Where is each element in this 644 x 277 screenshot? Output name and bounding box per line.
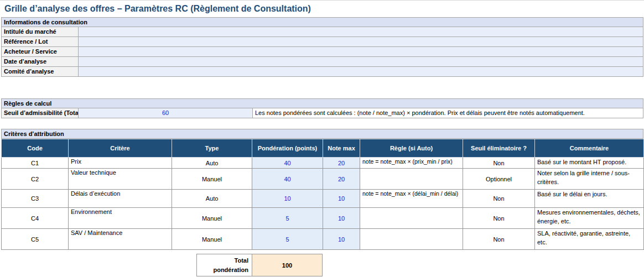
date-analyse-input[interactable] (79, 57, 643, 67)
criteria-table: Code Critère Type Pondération (points) N… (1, 139, 644, 250)
cell-code[interactable]: C4 (2, 208, 69, 229)
spacer (1, 250, 644, 254)
cell-ponderation[interactable]: 5 (252, 229, 323, 250)
cell-seuil[interactable]: Non (463, 158, 535, 169)
cell-note-max[interactable]: 20 (323, 169, 360, 190)
seuil-admissibilite-input[interactable]: 60 (79, 108, 253, 118)
intitule-du-marche-input[interactable] (79, 27, 643, 37)
cell-seuil[interactable]: Optionnel (463, 169, 535, 190)
info-row: Date d’analyse (1, 57, 643, 67)
cell-ponderation[interactable]: 5 (252, 208, 323, 229)
column-header-code: Code (2, 139, 69, 158)
column-header-ponderation: Pondération (points) (252, 139, 323, 158)
info-row: Intitulé du marché (1, 27, 643, 37)
cell-regle[interactable]: note = note_max × (prix_min / prix) (360, 158, 463, 169)
seuil-admissibilite-label: Seuil d’admissibilité (Tota (1, 108, 79, 118)
cell-type[interactable]: Auto (172, 190, 252, 208)
cell-critere[interactable]: SAV / Maintenance (69, 229, 172, 250)
calculation-note: Les notes pondérées sont calculées : (no… (253, 108, 643, 118)
cell-commentaire[interactable]: Mesures environnementales, déchets, éner… (535, 208, 644, 229)
cell-type[interactable]: Manuel (172, 169, 252, 190)
cell-note-max[interactable]: 10 (323, 229, 360, 250)
cell-regle[interactable] (360, 169, 463, 190)
comite-analyse-label: Comité d’analyse (1, 67, 79, 77)
total-row: Total pondération 100 (196, 254, 644, 276)
cell-critere[interactable]: Valeur technique (69, 169, 172, 190)
acheteur-service-label: Acheteur / Service (1, 47, 79, 57)
acheteur-service-input[interactable] (79, 47, 643, 57)
info-row: Référence / Lot (1, 37, 643, 47)
cell-ponderation[interactable]: 40 (252, 169, 323, 190)
cell-seuil[interactable]: Non (463, 208, 535, 229)
reference-lot-input[interactable] (79, 37, 643, 47)
criteria-row: C2 Valeur technique Manuel 40 20 Optionn… (2, 169, 644, 190)
column-header-type: Type (172, 139, 252, 158)
cell-commentaire[interactable]: SLA, réactivité, garantie, astreinte, et… (535, 229, 644, 250)
column-header-seuil-eliminatoire: Seuil éliminatoire ? (463, 139, 535, 158)
cell-code[interactable]: C1 (2, 158, 69, 169)
spacer (1, 118, 644, 129)
total-ponderation-label: Total pondération (196, 254, 252, 276)
cell-ponderation[interactable]: 40 (252, 158, 323, 169)
cell-seuil[interactable]: Non (463, 229, 535, 250)
total-ponderation-value: 100 (252, 254, 323, 276)
date-analyse-label: Date d’analyse (1, 57, 79, 67)
column-header-regle: Règle (si Auto) (360, 139, 463, 158)
cell-note-max[interactable]: 10 (323, 190, 360, 208)
spreadsheet: Grille d’analyse des offres – Paramètres… (0, 0, 644, 277)
cell-code[interactable]: C2 (2, 169, 69, 190)
cell-critere[interactable]: Environnement (69, 208, 172, 229)
cell-type[interactable]: Manuel (172, 208, 252, 229)
info-row: Acheteur / Service (1, 47, 643, 57)
criteria-row: C1 Prix Auto 40 20 note = note_max × (pr… (2, 158, 644, 169)
reference-lot-label: Référence / Lot (1, 37, 79, 47)
column-header-note-max: Note max (323, 139, 360, 158)
rules-row: Seuil d’admissibilité (Tota 60 Les notes… (1, 108, 643, 118)
cell-code[interactable]: C5 (2, 229, 69, 250)
section-header-criteres: Critères d’attribution (1, 129, 643, 139)
section-header-regles: Règles de calcul (1, 98, 643, 108)
cell-type[interactable]: Manuel (172, 229, 252, 250)
cell-commentaire[interactable]: Basé sur le délai en jours. (535, 190, 644, 208)
criteria-row: C4 Environnement Manuel 5 10 Non Mesures… (2, 208, 644, 229)
criteria-row: C5 SAV / Maintenance Manuel 5 10 Non SLA… (2, 229, 644, 250)
cell-code[interactable]: C3 (2, 190, 69, 208)
cell-seuil[interactable]: Non (463, 190, 535, 208)
column-header-critere: Critère (69, 139, 172, 158)
cell-type[interactable]: Auto (172, 158, 252, 169)
info-row: Comité d’analyse (1, 67, 643, 77)
cell-regle[interactable] (360, 229, 463, 250)
page-title: Grille d’analyse des offres – Paramètres… (1, 1, 644, 17)
cell-commentaire[interactable]: Noter selon la grille interne / sous-cri… (535, 169, 644, 190)
cell-note-max[interactable]: 20 (323, 158, 360, 169)
spacer (1, 77, 644, 98)
cell-ponderation[interactable]: 10 (252, 190, 323, 208)
cell-critere[interactable]: Prix (69, 158, 172, 169)
cell-regle[interactable] (360, 208, 463, 229)
section-header-informations: Informations de consultation (1, 17, 643, 27)
cell-note-max[interactable]: 10 (323, 208, 360, 229)
intitule-du-marche-label: Intitulé du marché (1, 27, 79, 37)
column-header-commentaire: Commentaire (535, 139, 644, 158)
criteria-header-row: Code Critère Type Pondération (points) N… (2, 139, 644, 158)
criteria-row: C3 Délais d’exécution Auto 10 10 note = … (2, 190, 644, 208)
cell-critere[interactable]: Délais d’exécution (69, 190, 172, 208)
cell-regle[interactable]: note = note_max × (délai_min / délai) (360, 190, 463, 208)
cell-commentaire[interactable]: Basé sur le montant HT proposé. (535, 158, 644, 169)
comite-analyse-input[interactable] (79, 67, 643, 77)
